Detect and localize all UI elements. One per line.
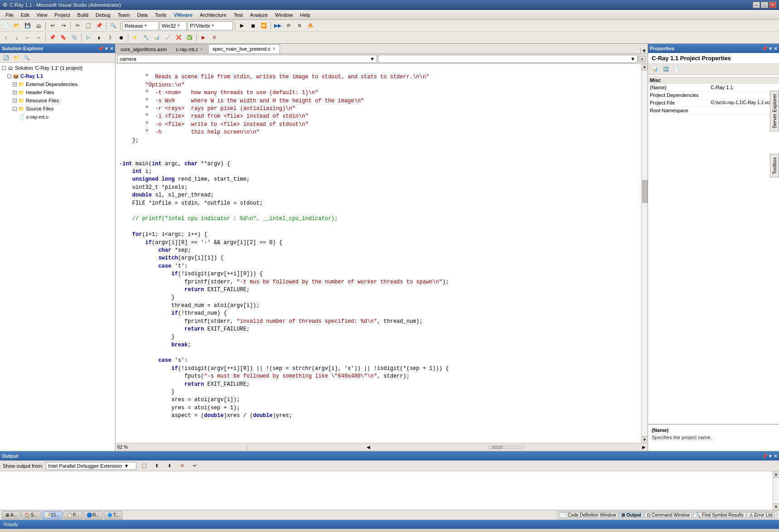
tree-cray-file[interactable]: 📄 c-ray-mt.c: [0, 113, 115, 121]
output-tb-word-wrap[interactable]: ↵: [190, 461, 200, 471]
output-arrow-icon[interactable]: ▼: [768, 454, 773, 459]
scroll-right-btn[interactable]: ▶: [642, 445, 646, 450]
tb2-debug3[interactable]: ⟩: [105, 33, 115, 43]
bottom-tab-find-symbol[interactable]: 🔍 Find Symbol Results: [693, 512, 745, 518]
tb-find[interactable]: 🔍: [108, 21, 118, 31]
output-tb-clear[interactable]: ✕: [177, 461, 187, 471]
tb-step[interactable]: ⏩: [259, 21, 269, 31]
tb2-7[interactable]: 📎: [69, 33, 79, 43]
menu-team[interactable]: Team: [114, 11, 134, 19]
taskbar-btn-r[interactable]: 🔵 R...: [83, 511, 103, 519]
se-tb-1[interactable]: 🔄: [1, 53, 11, 63]
bottom-tab-code-def[interactable]: 📄 Code Definition Window: [559, 512, 619, 518]
tree-resource-files[interactable]: + 📁 Resource Files: [0, 96, 115, 105]
tb-paste[interactable]: 📌: [94, 21, 104, 31]
ext-deps-expand-icon[interactable]: +: [13, 82, 17, 86]
toolbox-tab[interactable]: Toolbox: [770, 154, 779, 177]
tb2-6[interactable]: 🔖: [58, 33, 68, 43]
bottom-tab-command[interactable]: ⊡ Command Window: [644, 512, 692, 518]
minimize-button[interactable]: ─: [753, 2, 760, 8]
prop-pin-icon[interactable]: 📌: [762, 46, 767, 51]
menu-window[interactable]: Window: [271, 11, 296, 19]
scroll-up-btn[interactable]: ▲: [642, 64, 648, 70]
menu-project[interactable]: Project: [51, 11, 73, 19]
platform-dropdown[interactable]: Win32 ▼: [160, 21, 187, 30]
solution-expand-icon[interactable]: -: [2, 66, 6, 70]
se-arrow-icon[interactable]: ▼: [104, 46, 109, 51]
tb2-perf-g[interactable]: ▶: [198, 33, 208, 43]
tb2-3[interactable]: ←: [23, 33, 33, 43]
output-close-icon[interactable]: ✕: [774, 454, 777, 459]
prop-tb-sort-alpha[interactable]: 🔤: [661, 64, 671, 74]
tb2-debug2[interactable]: ⏵: [94, 33, 104, 43]
tb2-perf-h[interactable]: ⏸: [209, 33, 219, 43]
output-tb-3[interactable]: ⬇: [165, 461, 174, 471]
output-tb-2[interactable]: ⬆: [152, 461, 162, 471]
tb2-debug1[interactable]: ▷: [83, 33, 93, 43]
taskbar-btn-s[interactable]: 🏠 S...: [21, 511, 41, 519]
tab-core-algorithms[interactable]: core_algorithms.asm: [116, 44, 171, 53]
tb2-4[interactable]: →: [34, 33, 44, 43]
tb2-intel-a[interactable]: ⚡: [130, 33, 140, 43]
tb-redo[interactable]: ↪: [58, 21, 68, 31]
tb-intel-1[interactable]: ▶▶: [273, 21, 283, 31]
source-files-expand-icon[interactable]: -: [13, 107, 17, 111]
tree-external-deps[interactable]: + 📁 External Dependencies: [0, 80, 115, 88]
se-close-icon[interactable]: ✕: [110, 46, 113, 51]
tb-open[interactable]: 📂: [12, 21, 22, 31]
server-explorer-tab[interactable]: Server Explorer: [770, 91, 779, 131]
menu-file[interactable]: File: [2, 11, 17, 19]
tb2-intel-b[interactable]: 🔧: [141, 33, 151, 43]
header-files-expand-icon[interactable]: +: [13, 91, 17, 95]
menu-data[interactable]: Data: [133, 11, 151, 19]
tb2-debug4[interactable]: ⏺: [116, 33, 126, 43]
output-pin-icon[interactable]: 📌: [762, 454, 767, 459]
se-tb-2[interactable]: 📁: [11, 53, 21, 63]
tab-cray-mt[interactable]: c-ray-mt.c ✕: [172, 44, 208, 53]
tb2-intel-f[interactable]: ✅: [184, 33, 194, 43]
bottom-tab-error-list[interactable]: ⚠ Error List: [747, 512, 775, 518]
tb-saveall[interactable]: 🗂: [34, 21, 44, 31]
tree-solution[interactable]: - 🗂 Solution 'C-Ray 1.1' (1 project): [0, 64, 115, 72]
tb-new[interactable]: 📄: [1, 21, 11, 31]
menu-test[interactable]: Test: [230, 11, 247, 19]
output-scrollbar[interactable]: ▲ ▼: [773, 471, 779, 510]
scroll-down-btn[interactable]: ▼: [642, 436, 648, 443]
nav-right-dropdown[interactable]: ▼: [378, 55, 638, 63]
tb-intel-2[interactable]: ⟳: [284, 21, 294, 31]
prop-arrow-icon[interactable]: ▼: [768, 46, 773, 51]
tb-stop[interactable]: ⏹: [248, 21, 258, 31]
project-expand-icon[interactable]: -: [7, 74, 11, 78]
output-content[interactable]: ▲ ▼: [0, 471, 779, 510]
menu-help[interactable]: Help: [296, 11, 314, 19]
tree-project[interactable]: - 📦 C-Ray 1.1: [0, 72, 115, 80]
vertical-scrollbar[interactable]: ▲ ▼: [641, 64, 648, 443]
tab-spec-main[interactable]: spec_main_live_pretend.c ✕: [208, 44, 280, 53]
tree-header-files[interactable]: + 📁 Header Files: [0, 88, 115, 96]
scroll-track[interactable]: [642, 70, 648, 436]
tb-undo[interactable]: ↩: [48, 21, 58, 31]
menu-analyze[interactable]: Analyze: [247, 11, 271, 19]
taskbar-btn-a[interactable]: 🖥 A...: [2, 511, 20, 519]
bottom-tab-output[interactable]: ⊞ Output: [619, 512, 644, 518]
tb2-intel-c[interactable]: 📊: [152, 33, 162, 43]
output-tb-1[interactable]: 📋: [139, 461, 149, 471]
config-dropdown[interactable]: Release ▼: [122, 21, 159, 30]
se-tb-3[interactable]: 🔍: [22, 53, 32, 63]
nav-left-dropdown[interactable]: camera ▼: [117, 55, 377, 63]
tb-save[interactable]: 💾: [23, 21, 33, 31]
h-scroll-thumb[interactable]: [492, 446, 503, 449]
build-target-dropdown[interactable]: P7Viterbi ▼: [188, 21, 233, 30]
prop-tb-sort-cat[interactable]: 📊: [650, 64, 660, 74]
scroll-thumb[interactable]: [642, 180, 648, 203]
prop-tb-pages[interactable]: 📄: [672, 64, 682, 74]
menu-tools[interactable]: Tools: [151, 11, 170, 19]
horizontal-scrollbar[interactable]: [488, 446, 524, 449]
menu-edit[interactable]: Edit: [17, 11, 33, 19]
taskbar-btn-cl[interactable]: 📝 Cl...: [42, 511, 63, 519]
output-scroll-down[interactable]: ▼: [773, 503, 779, 510]
code-content-area[interactable]: " Reads a scene file from stdin, writes …: [116, 64, 641, 443]
menu-build[interactable]: Build: [74, 11, 92, 19]
menu-debug[interactable]: Debug: [92, 11, 114, 19]
tb-copy[interactable]: 📋: [83, 21, 93, 31]
